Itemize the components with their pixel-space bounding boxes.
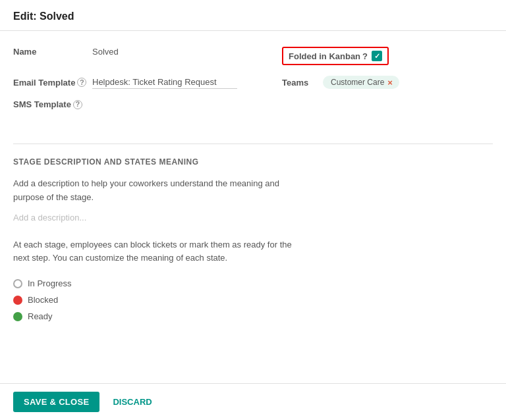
state-in-progress-label: In Progress xyxy=(28,278,71,288)
page-title: Edit: Solved xyxy=(13,11,74,22)
teams-section: Teams Customer Care × xyxy=(282,76,399,89)
state-ready-label: Ready xyxy=(28,311,53,321)
email-template-help-icon[interactable]: ? xyxy=(77,78,86,87)
state-in-progress: In Progress xyxy=(13,278,493,288)
teams-label: Teams xyxy=(282,78,315,88)
email-template-field-left: Email Template ? xyxy=(13,76,282,89)
state-ready: Ready xyxy=(13,311,493,321)
email-template-row: Email Template ? Teams Customer Care × xyxy=(13,76,493,89)
state-blocked-label: Blocked xyxy=(28,295,58,305)
folded-kanban-box: Folded in Kanban ? xyxy=(282,47,389,65)
form-container: Name Solved Folded in Kanban ? Email Tem… xyxy=(0,31,506,138)
stage-description-hint: Add a description to help your coworkers… xyxy=(13,177,316,205)
tag-close-icon[interactable]: × xyxy=(387,78,393,87)
stage-section-title: STAGE DESCRIPTION AND STATES MEANING xyxy=(13,157,493,167)
state-info-text: At each stage, employees can block ticke… xyxy=(13,238,316,266)
folded-kanban-help-icon[interactable]: ? xyxy=(362,51,368,61)
folded-kanban-area: Folded in Kanban ? xyxy=(282,47,493,65)
dot-in-progress xyxy=(13,279,22,288)
save-close-button[interactable]: SAVE & CLOSE xyxy=(13,392,99,412)
stage-divider xyxy=(13,144,493,144)
name-row: Name Solved Folded in Kanban ? xyxy=(13,47,493,65)
folded-kanban-checkbox[interactable] xyxy=(372,51,382,61)
sms-template-help-icon[interactable]: ? xyxy=(73,100,82,109)
tag-text: Customer Care xyxy=(331,78,384,87)
sms-template-row: SMS Template ? xyxy=(13,99,493,109)
teams-field-right: Teams Customer Care × xyxy=(282,76,493,89)
sms-template-field-left: SMS Template ? xyxy=(13,99,493,109)
state-blocked: Blocked xyxy=(13,295,493,305)
dot-blocked xyxy=(13,296,22,305)
email-template-value[interactable] xyxy=(92,76,237,89)
name-label: Name xyxy=(13,47,92,57)
states-list: In Progress Blocked Ready xyxy=(13,278,493,321)
folded-kanban-label: Folded in Kanban ? xyxy=(289,51,368,61)
dot-ready xyxy=(13,312,22,321)
discard-button[interactable]: DISCARD xyxy=(110,392,154,412)
sms-template-label: SMS Template ? xyxy=(13,99,92,109)
page-header: Edit: Solved xyxy=(0,0,506,31)
email-template-input[interactable] xyxy=(92,76,237,89)
customer-care-tag: Customer Care × xyxy=(323,76,399,89)
email-template-label: Email Template ? xyxy=(13,78,92,88)
name-field-left: Name Solved xyxy=(13,47,282,57)
name-value: Solved xyxy=(92,47,119,57)
footer: SAVE & CLOSE DISCARD xyxy=(0,383,506,420)
description-input-placeholder[interactable]: Add a description... xyxy=(13,213,493,223)
stage-section: STAGE DESCRIPTION AND STATES MEANING Add… xyxy=(0,144,506,321)
